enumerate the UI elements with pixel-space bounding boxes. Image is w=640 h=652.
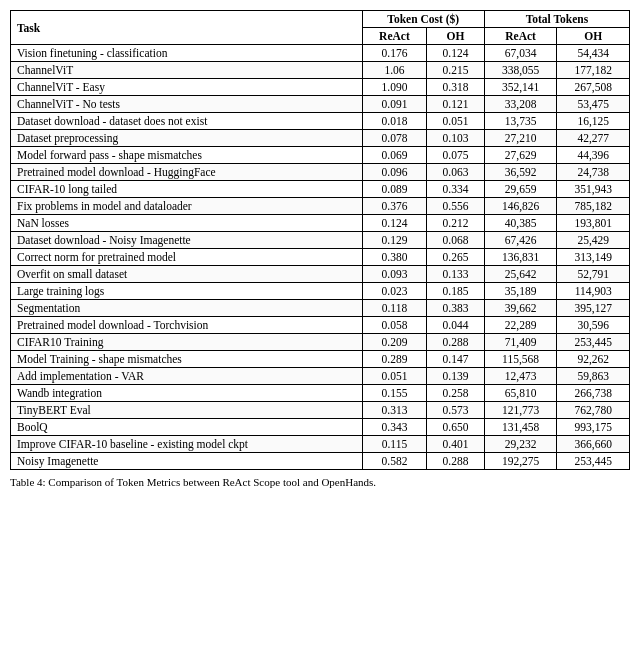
oh-cost-cell: 0.288 <box>427 453 485 470</box>
react-tok-cell: 27,210 <box>484 130 557 147</box>
oh-tok-cell: 785,182 <box>557 198 630 215</box>
task-cell: ChannelViT - No tests <box>11 96 363 113</box>
oh-tok-cell: 92,262 <box>557 351 630 368</box>
react-cost-cell: 0.093 <box>362 266 427 283</box>
react-tok-cell: 67,034 <box>484 45 557 62</box>
oh-tok-cell: 25,429 <box>557 232 630 249</box>
oh-tok-cell: 253,445 <box>557 453 630 470</box>
oh-tok-cell: 114,903 <box>557 283 630 300</box>
oh-cost-cell: 0.212 <box>427 215 485 232</box>
table-row: ChannelViT - No tests0.0910.12133,20853,… <box>11 96 630 113</box>
react-cost-cell: 1.090 <box>362 79 427 96</box>
react-tok-cell: 192,275 <box>484 453 557 470</box>
react-cost-cell: 0.096 <box>362 164 427 181</box>
oh-tok-cell: 366,660 <box>557 436 630 453</box>
table-row: Pretrained model download - Torchvision0… <box>11 317 630 334</box>
react-tok-cell: 71,409 <box>484 334 557 351</box>
react-cost-cell: 0.018 <box>362 113 427 130</box>
table-row: Overfit on small dataset0.0930.13325,642… <box>11 266 630 283</box>
react-cost-cell: 0.209 <box>362 334 427 351</box>
table-row: ChannelViT1.060.215338,055177,182 <box>11 62 630 79</box>
task-cell: Improve CIFAR-10 baseline - existing mod… <box>11 436 363 453</box>
oh-cost-cell: 0.288 <box>427 334 485 351</box>
table-row: TinyBERT Eval0.3130.573121,773762,780 <box>11 402 630 419</box>
oh-tok-cell: 395,127 <box>557 300 630 317</box>
task-header: Task <box>11 11 363 45</box>
oh-cost-cell: 0.063 <box>427 164 485 181</box>
data-table: Task Token Cost ($) Total Tokens ReAct O… <box>10 10 630 470</box>
table-row: Dataset download - Noisy Imagenette0.129… <box>11 232 630 249</box>
react-cost-cell: 0.289 <box>362 351 427 368</box>
table-row: CIFAR10 Training0.2090.28871,409253,445 <box>11 334 630 351</box>
task-cell: BoolQ <box>11 419 363 436</box>
oh-tok-cell: 762,780 <box>557 402 630 419</box>
table-row: Model Training - shape mismatches0.2890.… <box>11 351 630 368</box>
oh-cost-cell: 0.401 <box>427 436 485 453</box>
oh-cost-cell: 0.075 <box>427 147 485 164</box>
react-cost-cell: 1.06 <box>362 62 427 79</box>
react-tok-cell: 121,773 <box>484 402 557 419</box>
react-tok-cell: 67,426 <box>484 232 557 249</box>
react-tok-cell: 27,629 <box>484 147 557 164</box>
table-row: Model forward pass - shape mismatches0.0… <box>11 147 630 164</box>
oh-tok-cell: 16,125 <box>557 113 630 130</box>
oh-cost-cell: 0.265 <box>427 249 485 266</box>
oh-cost-cell: 0.147 <box>427 351 485 368</box>
task-cell: Dataset preprocessing <box>11 130 363 147</box>
table-row: Segmentation0.1180.38339,662395,127 <box>11 300 630 317</box>
oh-tok-cell: 267,508 <box>557 79 630 96</box>
table-row: Noisy Imagenette0.5820.288192,275253,445 <box>11 453 630 470</box>
react-cost-cell: 0.078 <box>362 130 427 147</box>
react-tok-cell: 25,642 <box>484 266 557 283</box>
react-cost-cell: 0.376 <box>362 198 427 215</box>
react-tok-cell: 115,568 <box>484 351 557 368</box>
task-cell: Pretrained model download - Torchvision <box>11 317 363 334</box>
react-tok-cell: 29,659 <box>484 181 557 198</box>
task-cell: Pretrained model download - HuggingFace <box>11 164 363 181</box>
task-cell: Vision finetuning - classification <box>11 45 363 62</box>
react-cost-cell: 0.176 <box>362 45 427 62</box>
react-tok-cell: 65,810 <box>484 385 557 402</box>
react-tok-cell: 35,189 <box>484 283 557 300</box>
react-tok-cell: 352,141 <box>484 79 557 96</box>
react-cost-cell: 0.129 <box>362 232 427 249</box>
oh-tok-cell: 193,801 <box>557 215 630 232</box>
oh-cost-cell: 0.103 <box>427 130 485 147</box>
oh-tok-cell: 44,396 <box>557 147 630 164</box>
react-tok-cell: 40,385 <box>484 215 557 232</box>
oh-tok-cell: 313,149 <box>557 249 630 266</box>
react-tok-cell: 13,735 <box>484 113 557 130</box>
oh-tok-cell: 54,434 <box>557 45 630 62</box>
task-cell: Segmentation <box>11 300 363 317</box>
task-cell: NaN losses <box>11 215 363 232</box>
oh-tok-cell: 53,475 <box>557 96 630 113</box>
react-cost-cell: 0.058 <box>362 317 427 334</box>
task-cell: Large training logs <box>11 283 363 300</box>
table-row: NaN losses0.1240.21240,385193,801 <box>11 215 630 232</box>
table-row: Improve CIFAR-10 baseline - existing mod… <box>11 436 630 453</box>
react-cost-cell: 0.343 <box>362 419 427 436</box>
oh-cost-cell: 0.318 <box>427 79 485 96</box>
task-cell: Add implementation - VAR <box>11 368 363 385</box>
oh-cost-cell: 0.334 <box>427 181 485 198</box>
react-cost-cell: 0.155 <box>362 385 427 402</box>
table-row: Dataset preprocessing0.0780.10327,21042,… <box>11 130 630 147</box>
oh-tok-cell: 30,596 <box>557 317 630 334</box>
table-row: Pretrained model download - HuggingFace0… <box>11 164 630 181</box>
oh-tok-cell: 52,791 <box>557 266 630 283</box>
task-cell: Noisy Imagenette <box>11 453 363 470</box>
react-tok-cell: 33,208 <box>484 96 557 113</box>
oh-cost-cell: 0.258 <box>427 385 485 402</box>
table-row: ChannelViT - Easy1.0900.318352,141267,50… <box>11 79 630 96</box>
oh-cost-cell: 0.068 <box>427 232 485 249</box>
react-cost-cell: 0.118 <box>362 300 427 317</box>
oh-cost-cell: 0.215 <box>427 62 485 79</box>
table-row: Fix problems in model and dataloader0.37… <box>11 198 630 215</box>
table-row: Vision finetuning - classification0.1760… <box>11 45 630 62</box>
table-row: Large training logs0.0230.18535,189114,9… <box>11 283 630 300</box>
react-tok-cell: 22,289 <box>484 317 557 334</box>
oh-cost-cell: 0.573 <box>427 402 485 419</box>
total-tokens-header: Total Tokens <box>484 11 629 28</box>
task-cell: Model Training - shape mismatches <box>11 351 363 368</box>
react-tok-cell: 338,055 <box>484 62 557 79</box>
